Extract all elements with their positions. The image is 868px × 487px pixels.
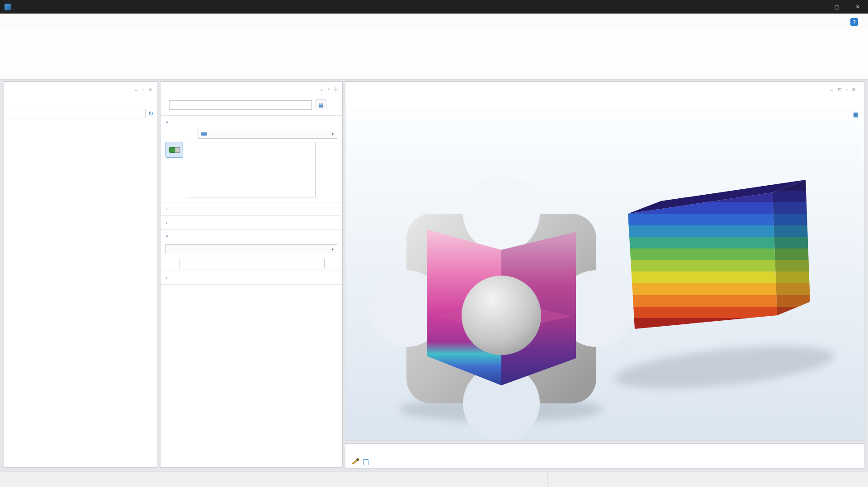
- active-selection-toggle[interactable]: [165, 142, 183, 158]
- restore-panel-icon[interactable]: ⊡: [838, 87, 842, 93]
- chevron-down-icon: ▾: [331, 131, 334, 136]
- flow-condition-dropdown[interactable]: ▾: [165, 244, 337, 254]
- pin-panel-icon[interactable]: ⊹: [148, 87, 152, 93]
- graphics-panel: ⌄ ⊡ ▫ ✕ ▦: [345, 81, 864, 440]
- window-controls: ─ ▢ ✕: [806, 0, 868, 14]
- close-button[interactable]: ✕: [847, 0, 868, 14]
- float-panel-icon[interactable]: ▫: [846, 87, 848, 93]
- chevron-down-icon: ˄: [166, 120, 170, 125]
- section-boundary-selection[interactable]: ˄: [160, 116, 342, 129]
- float-panel-icon[interactable]: ▫: [328, 86, 330, 92]
- memory-usage: [547, 472, 561, 487]
- dp-input[interactable]: [179, 259, 325, 268]
- copy-messages-icon[interactable]: [363, 459, 368, 465]
- close-panel-icon[interactable]: ✕: [852, 87, 856, 93]
- panel-menu-icon[interactable]: ⌄: [829, 87, 833, 93]
- graphics-toolbar: [345, 97, 864, 109]
- model-builder-panel: ⌄ ▫ ⊹ ↻: [4, 81, 157, 468]
- maximize-button[interactable]: ▢: [826, 0, 847, 14]
- selection-tools: [318, 142, 337, 197]
- minimize-button[interactable]: ─: [806, 0, 826, 14]
- boundary-selection-list[interactable]: [186, 142, 316, 197]
- section-override[interactable]: ›: [160, 202, 342, 215]
- panel-menu-icon[interactable]: ⌄: [134, 87, 138, 93]
- selection-dropdown[interactable]: ▾: [198, 129, 337, 139]
- refresh-icon[interactable]: ↻: [148, 110, 153, 117]
- chevron-right-icon: ›: [166, 207, 170, 211]
- plot-info-icon[interactable]: ▦: [853, 111, 859, 118]
- chevron-down-icon: ▾: [331, 247, 334, 252]
- section-equation[interactable]: ›: [160, 216, 342, 229]
- model-builder-toolbar: [4, 97, 157, 108]
- chevron-right-icon: ›: [166, 276, 170, 280]
- clear-messages-icon[interactable]: [352, 459, 358, 464]
- app-logo-icon: [5, 4, 11, 10]
- panel-menu-icon[interactable]: ⌄: [320, 86, 324, 92]
- chevron-right-icon: ›: [166, 220, 170, 225]
- settings-panel: ⌄ ▫ ⊹ ▤ ˄ ▾: [160, 81, 343, 468]
- chevron-down-icon: ˄: [166, 234, 170, 239]
- messages-panel: [345, 443, 864, 468]
- graphics-scene[interactable]: [345, 121, 864, 440]
- messages-toolbar: [345, 456, 864, 468]
- ribbon: [0, 28, 868, 80]
- ribbon-tab-bar: [0, 14, 868, 28]
- equation-view-icon[interactable]: ▤: [316, 99, 326, 110]
- bottom-tab-bar: [345, 444, 864, 456]
- title-bar: ─ ▢ ✕: [0, 0, 868, 14]
- selection-icon: [201, 132, 207, 136]
- section-mapping[interactable]: ›: [160, 271, 342, 284]
- label-input[interactable]: [169, 100, 312, 110]
- status-bar: [0, 472, 868, 487]
- toggle-icon: [169, 147, 180, 153]
- pin-panel-icon[interactable]: ⊹: [334, 86, 338, 92]
- float-panel-icon[interactable]: ▫: [142, 87, 144, 93]
- tree-filter-input[interactable]: [8, 109, 146, 118]
- section-flow-condition[interactable]: ˄: [160, 229, 342, 243]
- comsol-window: ─ ▢ ✕ ? ⌄ ▫ ⊹ ↻ ⌄ ▫: [0, 0, 868, 487]
- help-icon[interactable]: ?: [850, 18, 858, 26]
